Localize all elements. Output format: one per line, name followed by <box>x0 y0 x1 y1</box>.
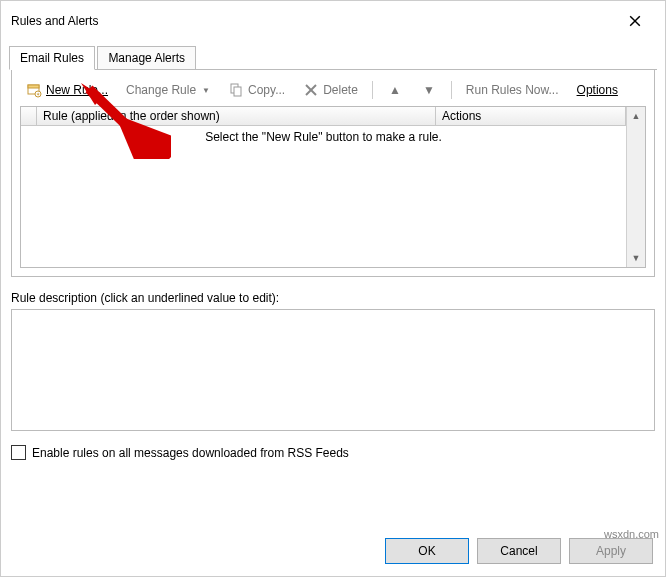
ok-label: OK <box>418 544 435 558</box>
delete-button[interactable]: Delete <box>299 80 362 100</box>
delete-label: Delete <box>323 83 358 97</box>
scroll-up-icon[interactable]: ▲ <box>627 107 645 125</box>
tab-manage-alerts[interactable]: Manage Alerts <box>97 46 196 69</box>
dialog-button-row: OK Cancel Apply <box>385 538 653 564</box>
rss-checkbox[interactable] <box>11 445 26 460</box>
rule-description-label: Rule description (click an underlined va… <box>11 291 655 305</box>
change-rule-label: Change Rule <box>126 83 196 97</box>
rules-grid: Rule (applied in the order shown) Action… <box>20 106 646 268</box>
grid-header: Rule (applied in the order shown) Action… <box>21 107 626 126</box>
run-rules-now-label: Run Rules Now... <box>466 83 559 97</box>
new-rule-label: New Rule... <box>46 83 108 97</box>
rule-description-box[interactable] <box>11 309 655 431</box>
move-up-button[interactable]: ▲ <box>383 80 407 100</box>
tab-label: Email Rules <box>20 51 84 65</box>
cancel-button[interactable]: Cancel <box>477 538 561 564</box>
grid-body: Select the "New Rule" button to make a r… <box>21 126 626 267</box>
rss-checkbox-row[interactable]: Enable rules on all messages downloaded … <box>11 445 655 460</box>
dialog-title: Rules and Alerts <box>11 14 98 28</box>
cancel-label: Cancel <box>500 544 537 558</box>
new-rule-icon: ✶ <box>26 82 42 98</box>
chevron-down-icon: ▼ <box>202 86 210 95</box>
svg-rect-3 <box>28 85 39 88</box>
options-label: Options <box>577 83 618 97</box>
svg-rect-7 <box>234 87 241 96</box>
col-rule-label: Rule (applied in the order shown) <box>43 109 220 123</box>
run-rules-now-button[interactable]: Run Rules Now... <box>462 81 563 99</box>
rules-section: ✶ New Rule... Change Rule ▼ Copy... Dele… <box>11 70 655 277</box>
grid-empty-message: Select the "New Rule" button to make a r… <box>205 130 442 144</box>
apply-button[interactable]: Apply <box>569 538 653 564</box>
arrow-up-icon: ▲ <box>387 82 403 98</box>
close-icon <box>629 15 641 27</box>
toolbar: ✶ New Rule... Change Rule ▼ Copy... Dele… <box>20 78 646 106</box>
tab-email-rules[interactable]: Email Rules <box>9 46 95 70</box>
options-button[interactable]: Options <box>573 81 622 99</box>
ok-button[interactable]: OK <box>385 538 469 564</box>
new-rule-button[interactable]: ✶ New Rule... <box>22 80 112 100</box>
grid-main: Rule (applied in the order shown) Action… <box>21 107 626 267</box>
svg-text:✶: ✶ <box>36 91 40 97</box>
rss-checkbox-label: Enable rules on all messages downloaded … <box>32 446 349 460</box>
watermark-text: wsxdn.com <box>604 528 659 540</box>
grid-header-actions-col[interactable]: Actions <box>436 107 626 125</box>
toolbar-separator <box>372 81 373 99</box>
toolbar-separator <box>451 81 452 99</box>
copy-label: Copy... <box>248 83 285 97</box>
close-button[interactable] <box>615 7 655 35</box>
arrow-down-icon: ▼ <box>421 82 437 98</box>
copy-icon <box>228 82 244 98</box>
delete-icon <box>303 82 319 98</box>
apply-label: Apply <box>596 544 626 558</box>
copy-button[interactable]: Copy... <box>224 80 289 100</box>
grid-header-checkbox-col[interactable] <box>21 107 37 125</box>
scroll-down-icon[interactable]: ▼ <box>627 249 645 267</box>
move-down-button[interactable]: ▼ <box>417 80 441 100</box>
rules-and-alerts-dialog: Rules and Alerts Email Rules Manage Aler… <box>0 0 666 577</box>
grid-header-rule-col[interactable]: Rule (applied in the order shown) <box>37 107 436 125</box>
titlebar: Rules and Alerts <box>1 1 665 37</box>
tab-label: Manage Alerts <box>108 51 185 65</box>
vertical-scrollbar[interactable]: ▲ ▼ <box>626 107 645 267</box>
tab-strip: Email Rules Manage Alerts <box>9 45 657 70</box>
col-actions-label: Actions <box>442 109 481 123</box>
change-rule-button[interactable]: Change Rule ▼ <box>122 81 214 99</box>
